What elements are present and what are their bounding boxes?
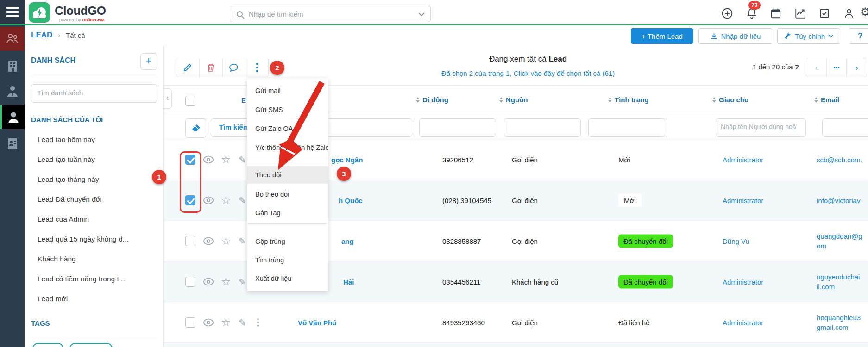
menu-item-request-zalo-contact[interactable]: Y/c thông tin liên hệ Zalo bbox=[247, 139, 328, 156]
menu-item-merge-duplicates[interactable]: Gộp trùng bbox=[247, 233, 328, 250]
rail-item-lead-card[interactable] bbox=[0, 132, 25, 156]
menu-item-follow[interactable]: Theo dõi bbox=[247, 166, 328, 184]
select-all-link[interactable]: Đã chọn 2 của trang 1, Click vào đây để … bbox=[398, 69, 658, 77]
rail-item-leads-active[interactable] bbox=[0, 105, 25, 129]
lead-name-link[interactable]: h Quốc bbox=[339, 197, 363, 204]
column-header-email[interactable]: Email bbox=[814, 96, 839, 104]
edit-pencil-icon[interactable]: ✎ bbox=[239, 277, 246, 287]
sidebar-item-lead-potential[interactable]: Lead có tiềm năng trong t... bbox=[38, 275, 125, 283]
unknown-total-icon[interactable]: ? bbox=[795, 63, 799, 71]
brand-subtitle: powered by OnlineCRM bbox=[59, 18, 105, 22]
view-title: Đang xem tất cả Lead bbox=[417, 55, 639, 64]
filter-input-status[interactable] bbox=[588, 118, 665, 137]
clear-filters-button[interactable] bbox=[185, 118, 206, 138]
breadcrumb-module[interactable]: LEAD bbox=[31, 31, 52, 40]
menu-item-export-data[interactable]: Xuất dữ liệu bbox=[247, 270, 328, 287]
lead-email-link[interactable]: quangdoan@gom bbox=[817, 231, 868, 251]
assigned-user-link[interactable]: Administrator bbox=[723, 278, 763, 286]
menu-item-send-mail[interactable]: Gửi mail bbox=[247, 82, 328, 99]
menu-item-send-zalo-oa[interactable]: Gửi Zalo OA bbox=[247, 120, 328, 137]
global-search-input[interactable]: Nhập để tìm kiếm bbox=[230, 6, 431, 22]
sidebar-item-lead-this-month[interactable]: Lead tạo tháng này bbox=[38, 175, 99, 184]
column-header-assigned[interactable]: Giao cho bbox=[712, 96, 748, 104]
customize-button[interactable]: Tùy chỉnh bbox=[777, 28, 840, 44]
sidebar-item-lead-of-admin[interactable]: Lead của Admin bbox=[38, 215, 89, 223]
quick-add-icon[interactable] bbox=[721, 7, 733, 19]
prev-page-button[interactable]: ‹ bbox=[806, 58, 827, 77]
rail-item-company[interactable] bbox=[0, 54, 25, 78]
more-pages-button[interactable]: ••• bbox=[827, 58, 847, 77]
filter-input-mobile[interactable] bbox=[419, 118, 496, 137]
lead-email-link[interactable]: scb@scb.com. bbox=[817, 155, 868, 165]
assigned-user-link[interactable]: Administrator bbox=[723, 197, 763, 204]
preview-eye-icon[interactable] bbox=[203, 278, 214, 286]
favorite-star-icon[interactable]: ☆ bbox=[221, 275, 231, 288]
assigned-user-link[interactable]: Administrator bbox=[723, 156, 763, 164]
add-list-button[interactable]: + bbox=[140, 53, 157, 70]
favorite-star-icon[interactable]: ☆ bbox=[221, 153, 231, 166]
rail-item-contacts[interactable] bbox=[0, 79, 25, 103]
column-header-status[interactable]: Tình trạng bbox=[608, 96, 648, 104]
calendar-icon[interactable] bbox=[770, 7, 782, 19]
menu-item-assign-tag[interactable]: Gán Tag bbox=[247, 204, 328, 222]
lead-name-link[interactable]: Võ Văn Phú bbox=[298, 319, 336, 327]
row-checkbox[interactable] bbox=[185, 236, 195, 246]
help-button[interactable]: ? bbox=[849, 28, 868, 44]
table-row[interactable]: ☆ ✎ Võ Văn Phú 84935293460 Gọi điện Đã l… bbox=[164, 302, 868, 343]
row-checkbox[interactable] bbox=[185, 277, 195, 287]
menu-item-send-sms[interactable]: Gửi SMS bbox=[247, 101, 328, 118]
edit-button[interactable] bbox=[176, 58, 200, 77]
edit-pencil-icon[interactable]: ✎ bbox=[239, 236, 246, 247]
edit-pencil-icon[interactable]: ✎ bbox=[239, 195, 246, 206]
menu-item-unfollow[interactable]: Bỏ theo dõi bbox=[247, 186, 328, 203]
assigned-user-link[interactable]: Administrator bbox=[723, 319, 763, 327]
lead-name-link[interactable]: ang bbox=[341, 237, 354, 245]
sidebar-item-lead-today[interactable]: Lead tạo hôm nay bbox=[38, 136, 95, 144]
tasks-check-icon[interactable] bbox=[818, 7, 830, 19]
menu-item-find-duplicates[interactable]: Tìm trùng bbox=[247, 251, 328, 269]
tag-pill[interactable] bbox=[32, 343, 63, 347]
row-kebab-icon[interactable] bbox=[257, 318, 259, 327]
column-header-source[interactable]: Nguồn bbox=[499, 96, 528, 104]
favorite-star-icon[interactable]: ☆ bbox=[221, 235, 231, 248]
column-header-mobile[interactable]: Di động bbox=[416, 96, 448, 104]
edit-pencil-icon[interactable]: ✎ bbox=[239, 155, 246, 165]
import-data-button[interactable]: Nhập dữ liệu bbox=[698, 28, 772, 44]
preview-eye-icon[interactable] bbox=[203, 237, 214, 245]
filter-input-source[interactable] bbox=[504, 118, 581, 137]
favorite-star-icon[interactable]: ☆ bbox=[221, 316, 231, 329]
favorite-star-icon[interactable]: ☆ bbox=[221, 194, 231, 207]
sidebar-item-lead-15-days[interactable]: Lead quá 15 ngày không đ... bbox=[38, 235, 129, 243]
filter-input-email[interactable] bbox=[822, 118, 868, 137]
next-page-button[interactable]: › bbox=[847, 58, 867, 77]
row-checkbox[interactable] bbox=[185, 317, 195, 328]
chevron-down-icon[interactable] bbox=[418, 12, 425, 17]
lead-name-link[interactable]: Hải bbox=[343, 278, 354, 286]
lead-name-link[interactable]: gọc Ngân bbox=[331, 156, 363, 164]
list-search-input[interactable]: Tìm danh sách bbox=[31, 84, 157, 103]
more-actions-button[interactable] bbox=[245, 58, 268, 77]
preview-eye-icon[interactable] bbox=[203, 318, 214, 327]
sidebar-item-customers[interactable]: Khách hàng bbox=[38, 255, 76, 263]
lead-email-link[interactable]: nguyenduchaiil.com bbox=[817, 272, 868, 291]
lead-email-link[interactable]: info@victoriav bbox=[817, 196, 868, 205]
filter-input-assigned[interactable]: Nhập tên Người dùng hoặ bbox=[716, 118, 806, 137]
select-all-checkbox[interactable] bbox=[185, 96, 195, 106]
comment-button[interactable] bbox=[223, 58, 246, 77]
preview-eye-icon[interactable] bbox=[203, 196, 214, 204]
tag-pill[interactable] bbox=[69, 343, 113, 347]
sidebar-item-lead-converted[interactable]: Lead Đã chuyển đổi bbox=[38, 195, 101, 204]
sidebar-item-lead-this-week[interactable]: Lead tạo tuần này bbox=[38, 155, 95, 164]
sidebar-item-lead-new[interactable]: Lead mới bbox=[38, 295, 68, 303]
edit-pencil-icon[interactable]: ✎ bbox=[239, 317, 246, 328]
add-lead-button[interactable]: + Thêm Lead bbox=[631, 28, 693, 44]
hamburger-menu-button[interactable] bbox=[0, 0, 25, 24]
rail-item-leads-group[interactable] bbox=[0, 27, 25, 51]
lead-email-link[interactable]: hoquanghieu3gmail.com bbox=[817, 313, 868, 332]
preview-eye-icon[interactable] bbox=[203, 155, 214, 164]
assigned-user-link[interactable]: Dũng Vu bbox=[723, 237, 749, 245]
user-icon[interactable] bbox=[843, 7, 855, 19]
delete-button[interactable] bbox=[200, 58, 223, 77]
analytics-chart-icon[interactable] bbox=[794, 7, 806, 19]
settings-gear-icon[interactable]: ⚙ bbox=[860, 6, 868, 19]
